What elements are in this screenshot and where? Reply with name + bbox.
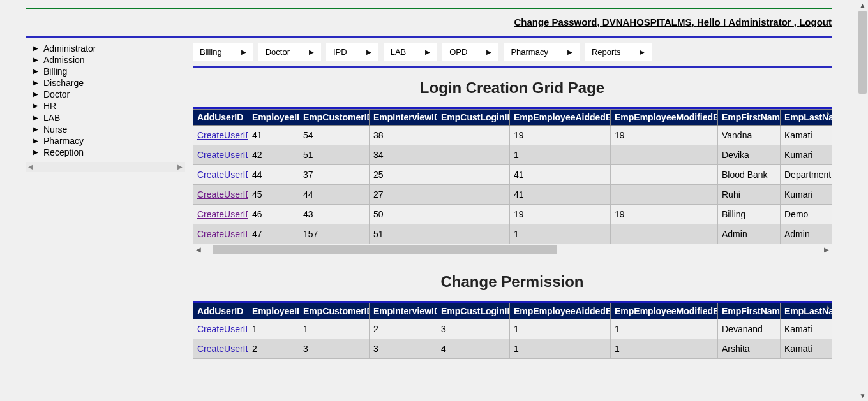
cell: Demo [781, 205, 832, 224]
cell: 44 [248, 165, 299, 185]
cell: 19 [611, 205, 718, 224]
sort-indicator-icon: ▲ [825, 304, 830, 310]
chevron-up-icon[interactable]: ▲ [857, 0, 868, 11]
create-user-id-link[interactable]: CreateUserID [197, 209, 248, 219]
top-divider-green [26, 8, 832, 9]
sidebar-item-pharmacy[interactable]: Pharmacy [26, 135, 185, 147]
menu-reports[interactable]: Reports▶ [585, 43, 652, 61]
page-vertical-scrollbar[interactable]: ▲ ▼ [857, 0, 868, 401]
create-user-id-link[interactable]: CreateUserID [197, 130, 248, 140]
column-header[interactable]: EmpLastName [781, 110, 832, 126]
cell [611, 224, 718, 244]
cell: Blood Bank [718, 165, 781, 185]
cell: 1 [510, 339, 611, 359]
cell: 4 [437, 339, 510, 359]
sidebar-item-discharge[interactable]: Discharge [26, 77, 185, 89]
sidebar-item-doctor[interactable]: Doctor [26, 89, 185, 100]
cell: 1 [510, 319, 611, 339]
cell: 19 [510, 205, 611, 224]
cell: Arshita [718, 339, 781, 359]
menu-billing[interactable]: Billing▶ [193, 43, 253, 61]
column-header[interactable]: EmpFirstName [718, 303, 781, 319]
create-user-id-link[interactable]: CreateUserID [197, 170, 248, 180]
column-header[interactable]: EmpCustomerID [299, 110, 370, 126]
table-row: CreateUserID233411ArshitaKamati [193, 339, 832, 359]
create-user-id-link[interactable]: CreateUserID [197, 150, 248, 160]
column-header[interactable]: EmpInterviewID [370, 303, 437, 319]
cell: 1 [510, 224, 611, 244]
cell: 1 [299, 319, 370, 339]
create-user-id-link[interactable]: CreateUserID [197, 324, 248, 334]
column-header[interactable]: EmpEmployeeModifiedBy [611, 110, 718, 126]
cell [611, 145, 718, 165]
sidebar-item-administrator[interactable]: Administrator [26, 43, 185, 54]
column-header[interactable]: EmpLastName [781, 303, 832, 319]
menu-doctor[interactable]: Doctor▶ [258, 43, 321, 61]
menu-lab[interactable]: LAB▶ [384, 43, 438, 61]
cell: 45 [248, 185, 299, 205]
sidebar-item-lab[interactable]: LAB [26, 112, 185, 124]
cell: 38 [370, 126, 437, 145]
cell: Devika [718, 145, 781, 165]
sidebar-item-reception[interactable]: Reception [26, 147, 185, 158]
chevron-right-icon[interactable]: ▶ [821, 244, 832, 255]
chevron-left-icon[interactable]: ◀ [193, 244, 204, 255]
brand-link[interactable]: DVNAHOSPITALMS [602, 17, 692, 27]
create-user-id-link[interactable]: CreateUserID [197, 344, 248, 354]
sidebar-item-hr[interactable]: HR [26, 100, 185, 112]
cell: Kamati [781, 126, 832, 145]
cell: 50 [370, 205, 437, 224]
grid1-horizontal-scrollbar[interactable]: ◀ ▶ [193, 244, 832, 255]
menu-opd[interactable]: OPD▶ [442, 43, 498, 61]
cell: 42 [248, 145, 299, 165]
chevron-right-icon: ▶ [177, 163, 183, 170]
menu-label: Billing [200, 47, 222, 57]
logout-link[interactable]: Logout [799, 17, 832, 27]
section2-title: Change Permission [193, 273, 832, 291]
column-header[interactable]: EmpEmployeeAiddedBy [510, 303, 611, 319]
column-header[interactable]: EmpCustLoginID [437, 303, 510, 319]
cell: Kumari [781, 145, 832, 165]
chevron-right-icon: ▶ [486, 48, 491, 55]
column-header[interactable]: EmpCustomerID [299, 303, 370, 319]
chevron-right-icon: ▶ [640, 48, 645, 55]
change-permission-grid: AddUserIDEmployeeIDEmpCustomerIDEmpInter… [193, 303, 832, 359]
sidebar-item-billing[interactable]: Billing [26, 66, 185, 77]
cell: Department [781, 165, 832, 185]
column-header[interactable]: EmpEmployeeModifiedBy [611, 303, 718, 319]
sidebar-horizontal-scrollbar[interactable]: ◀ ▶ [26, 162, 185, 172]
chevron-down-icon[interactable]: ▼ [857, 390, 868, 401]
column-header[interactable]: EmployeeID [248, 110, 299, 126]
sidebar-item-nurse[interactable]: Nurse [26, 124, 185, 135]
change-password-link[interactable]: Change Password [514, 17, 597, 27]
create-user-id-link[interactable]: CreateUserID [197, 189, 248, 200]
menu-label: Doctor [266, 47, 290, 57]
column-header[interactable]: EmpEmployeeAiddedBy [510, 110, 611, 126]
greeting-text: Hello ! Administrator [697, 17, 794, 27]
scrollbar-thumb[interactable] [213, 245, 557, 254]
cell [611, 165, 718, 185]
top-links-bar: Change Password, DVNAHOSPITALMS, Hello !… [26, 14, 832, 31]
menu-label: Pharmacy [511, 47, 548, 57]
cell: 41 [248, 126, 299, 145]
cell: Admin [718, 224, 781, 244]
scrollbar-thumb[interactable] [858, 11, 867, 94]
column-header[interactable]: AddUserID [193, 303, 248, 319]
column-header[interactable]: EmpCustLoginID [437, 110, 510, 126]
cell [437, 165, 510, 185]
table-row: CreateUserID112311DevanandKamati [193, 319, 832, 339]
cell: Admin [781, 224, 832, 244]
menu-label: Reports [592, 47, 621, 57]
menu-pharmacy[interactable]: Pharmacy▶ [504, 43, 580, 61]
column-header[interactable]: EmpInterviewID [370, 110, 437, 126]
create-user-id-link[interactable]: CreateUserID [197, 229, 248, 239]
cell: 34 [370, 145, 437, 165]
menu-ipd[interactable]: IPD▶ [326, 43, 378, 61]
cell: 3 [299, 339, 370, 359]
column-header[interactable]: EmployeeID [248, 303, 299, 319]
cell: 157 [299, 224, 370, 244]
sidebar-item-admission[interactable]: Admission [26, 54, 185, 66]
login-creation-grid: AddUserIDEmployeeIDEmpCustomerIDEmpInter… [193, 109, 832, 244]
column-header[interactable]: AddUserID [193, 110, 248, 126]
column-header[interactable]: EmpFirstName [718, 110, 781, 126]
